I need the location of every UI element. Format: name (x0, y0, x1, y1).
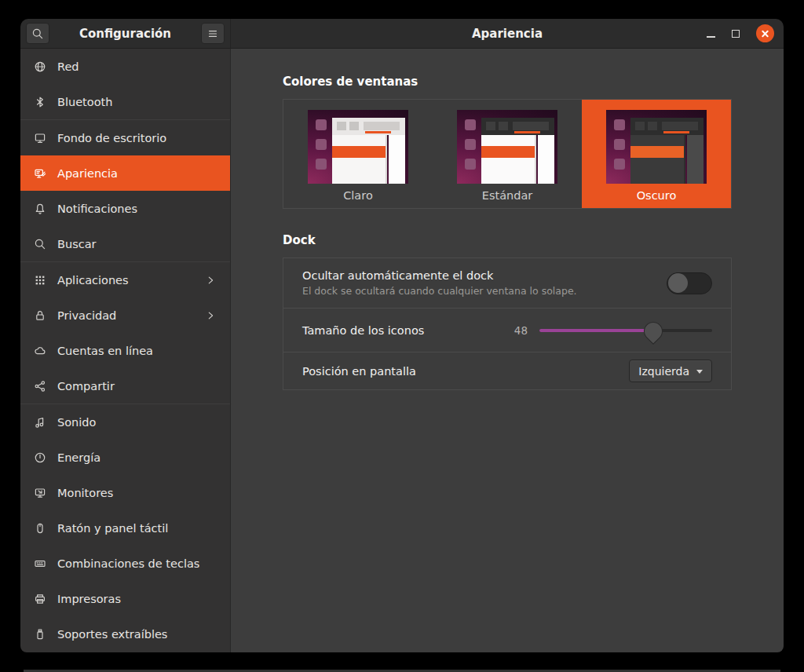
sidebar-item-raton-y-panel-tactil[interactable]: Ratón y panel táctil (20, 510, 230, 546)
sidebar-group-apps-privacy: Aplicaciones Privacidad Cuentas en línea… (20, 261, 230, 404)
primary-menu-button[interactable] (201, 23, 225, 44)
theme-option-oscuro[interactable]: Oscuro (582, 100, 731, 208)
sidebar-item-label: Red (57, 60, 79, 73)
sidebar-item-compartir[interactable]: Compartir (20, 368, 230, 404)
desktop-background: Configuración Apariencia Red (0, 0, 804, 672)
mini-window (332, 118, 405, 184)
hamburger-menu-icon (206, 27, 219, 40)
sidebar-item-label: Soportes extraíbles (57, 628, 167, 641)
dock-section-title: Dock (283, 233, 732, 247)
chevron-right-icon (204, 310, 217, 321)
sidebar-item-combinaciones-de-teclas[interactable]: Combinaciones de teclas (20, 546, 230, 581)
chevron-right-icon (204, 275, 217, 286)
sidebar-item-label: Notificaciones (57, 203, 137, 215)
search-icon (34, 238, 46, 250)
sidebar-group-personal: Fondo de escritorio Apariencia Notificac… (20, 119, 230, 261)
toggle-knob (668, 273, 688, 293)
icon-size-slider[interactable] (539, 329, 712, 332)
dock-icon (465, 139, 476, 150)
slider-fill (539, 329, 653, 332)
autohide-dock-row: Ocultar automáticamente el dock El dock … (283, 258, 731, 308)
sidebar-item-label: Combinaciones de teclas (57, 557, 199, 570)
sidebar-item-buscar[interactable]: Buscar (20, 226, 230, 261)
minimize-icon (707, 36, 715, 38)
appearance-panel: Colores de ventanas Claro (231, 49, 784, 652)
sidebar-item-energia[interactable]: Energía (20, 440, 230, 475)
sidebar-item-label: Buscar (57, 238, 97, 250)
autohide-labels: Ocultar automáticamente el dock El dock … (302, 269, 577, 297)
dock-icon (316, 159, 327, 170)
autohide-toggle[interactable] (667, 272, 712, 294)
sidebar-item-label: Cuentas en línea (57, 345, 153, 357)
sidebar-item-label: Bluetooth (57, 96, 112, 108)
theme-label: Estándar (482, 189, 533, 202)
share-icon (34, 380, 46, 393)
icon-size-control: 48 (514, 324, 712, 337)
sidebar-item-aplicaciones[interactable]: Aplicaciones (20, 262, 230, 298)
display-icon (34, 487, 46, 499)
sidebar-item-cuentas-en-linea[interactable]: Cuentas en línea (20, 333, 230, 368)
dock-icon (614, 119, 625, 130)
applications-grid-icon (34, 274, 46, 287)
sidebar-item-impresoras[interactable]: Impresoras (20, 581, 230, 616)
cloud-icon (34, 345, 46, 357)
sidebar-item-label: Apariencia (57, 167, 118, 180)
search-icon (31, 27, 44, 40)
sidebar-item-label: Aplicaciones (57, 274, 129, 287)
dock-icon (465, 119, 476, 130)
theme-selector: Claro Estándar (283, 99, 732, 209)
settings-title: Configuración (79, 27, 171, 41)
printer-icon (34, 593, 46, 605)
sidebar-group-devices: Sonido Energía Monitores Ratón y panel t… (20, 404, 230, 652)
sidebar-item-label: Monitores (57, 487, 113, 499)
chevron-down-icon (696, 370, 703, 374)
sidebar-item-bluetooth[interactable]: Bluetooth (20, 84, 230, 119)
theme-preview-claro (308, 110, 408, 184)
lock-icon (34, 309, 46, 322)
sidebar-item-red[interactable]: Red (20, 49, 230, 84)
sidebar-item-label: Fondo de escritorio (57, 132, 166, 144)
autohide-description: El dock se ocultará cuando cualquier ven… (302, 285, 577, 297)
dock-icon (316, 139, 327, 150)
bell-icon (34, 203, 46, 215)
sidebar-item-privacidad[interactable]: Privacidad (20, 298, 230, 333)
sidebar-headerbar: Configuración (20, 19, 231, 49)
sidebar-item-fondo-de-escritorio[interactable]: Fondo de escritorio (20, 120, 230, 155)
window-colors-section-title: Colores de ventanas (283, 75, 732, 89)
slider-handle[interactable] (640, 317, 667, 344)
theme-label: Claro (343, 189, 373, 202)
sidebar-group-network: Red Bluetooth (20, 49, 230, 119)
theme-option-claro[interactable]: Claro (283, 100, 433, 208)
network-globe-icon (34, 60, 46, 73)
keyboard-icon (34, 557, 46, 570)
page-title: Apariencia (231, 27, 784, 41)
minimize-button[interactable] (707, 30, 715, 38)
appearance-icon (34, 167, 46, 180)
sidebar-item-sonido[interactable]: Sonido (20, 404, 230, 440)
theme-option-estandar[interactable]: Estándar (433, 100, 582, 208)
removable-media-icon (34, 628, 46, 641)
dock-icon (316, 119, 327, 130)
icon-size-label: Tamaño de los iconos (302, 324, 424, 337)
search-button[interactable] (26, 23, 49, 44)
sidebar-item-label: Sonido (57, 416, 96, 429)
mouse-icon (34, 522, 46, 535)
window-controls (707, 24, 774, 42)
maximize-button[interactable] (732, 30, 740, 38)
mini-window (630, 118, 704, 184)
sidebar-item-notificaciones[interactable]: Notificaciones (20, 191, 230, 226)
close-button[interactable] (756, 24, 774, 42)
sidebar-item-monitores[interactable]: Monitores (20, 475, 230, 510)
theme-preview-oscuro (606, 110, 707, 184)
maximize-icon (732, 30, 740, 38)
sidebar-item-label: Energía (57, 451, 100, 464)
icon-size-value: 48 (514, 324, 528, 337)
position-dropdown-value: Izquierda (638, 365, 689, 378)
desktop-background-icon (34, 132, 46, 144)
sidebar-item-apariencia[interactable]: Apariencia (20, 155, 230, 191)
position-dropdown[interactable]: Izquierda (629, 360, 712, 382)
sidebar-item-label: Impresoras (57, 593, 121, 605)
sidebar-item-soportes-extraibles[interactable]: Soportes extraíbles (20, 616, 230, 652)
autohide-label: Ocultar automáticamente el dock (302, 269, 577, 282)
icon-size-row: Tamaño de los iconos 48 (283, 308, 731, 352)
